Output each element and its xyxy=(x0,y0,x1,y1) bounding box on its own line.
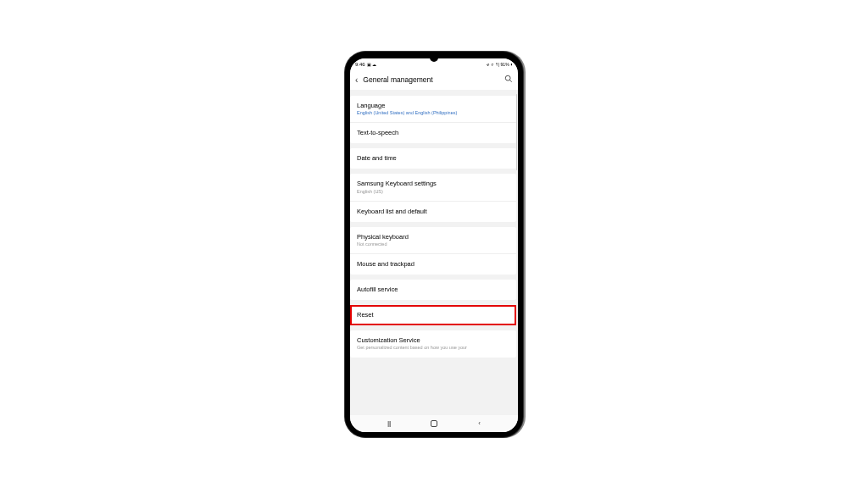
settings-item-customization-service[interactable]: Customization ServiceGet personalized co… xyxy=(350,330,516,358)
item-subtitle: English (United States) and English (Phi… xyxy=(357,110,509,116)
item-title: Text-to-speech xyxy=(357,129,509,137)
status-time: 9:46 xyxy=(355,62,365,67)
item-title: Customization Service xyxy=(357,336,509,345)
back-button[interactable]: ‹ xyxy=(478,419,481,427)
item-title: Samsung Keyboard settings xyxy=(357,180,509,188)
settings-item-text-to-speech[interactable]: Text-to-speech xyxy=(350,123,516,143)
settings-group: Physical keyboardNot connectedMouse and … xyxy=(350,227,516,275)
item-title: Autofill service xyxy=(357,286,509,294)
settings-item-autofill-service[interactable]: Autofill service xyxy=(350,280,516,300)
settings-item-keyboard-list-and-default[interactable]: Keyboard list and default xyxy=(350,202,516,222)
item-title: Keyboard list and default xyxy=(357,208,509,216)
app-header: ‹ General management xyxy=(350,70,518,91)
scrollbar[interactable] xyxy=(516,94,518,170)
page-title: General management xyxy=(363,75,499,84)
status-right-icons: ⊚ ᯤ ⫯| 91% ▮ xyxy=(487,62,513,67)
settings-content: LanguageEnglish (United States) and Engl… xyxy=(350,91,518,415)
svg-point-0 xyxy=(505,75,510,80)
settings-item-reset[interactable]: Reset xyxy=(350,305,516,325)
home-button[interactable] xyxy=(431,420,437,427)
settings-group: LanguageEnglish (United States) and Engl… xyxy=(350,96,516,144)
item-subtitle: Not connected xyxy=(357,241,509,247)
settings-group: Autofill service xyxy=(350,280,516,300)
settings-group: Customization ServiceGet personalized co… xyxy=(350,330,516,358)
item-subtitle: Get personalized content based on how yo… xyxy=(357,345,509,351)
recents-button[interactable]: ||| xyxy=(387,419,390,427)
settings-group: Reset xyxy=(350,305,516,325)
settings-group: Date and time xyxy=(350,148,516,169)
settings-item-physical-keyboard[interactable]: Physical keyboardNot connected xyxy=(350,227,516,255)
item-title: Language xyxy=(357,102,509,110)
search-icon[interactable] xyxy=(504,75,513,85)
status-left-icons: ▣ ☁ xyxy=(367,62,376,67)
back-icon[interactable]: ‹ xyxy=(355,75,358,85)
item-title: Date and time xyxy=(357,154,509,163)
settings-item-date-and-time[interactable]: Date and time xyxy=(350,148,516,169)
settings-item-language[interactable]: LanguageEnglish (United States) and Engl… xyxy=(350,96,516,124)
settings-item-mouse-and-trackpad[interactable]: Mouse and trackpad xyxy=(350,254,516,274)
phone-screen: 9:46 ▣ ☁ ⊚ ᯤ ⫯| 91% ▮ ‹ General manageme… xyxy=(350,58,518,432)
item-title: Physical keyboard xyxy=(357,233,509,241)
navigation-bar: ||| ‹ xyxy=(350,415,518,432)
svg-line-1 xyxy=(509,80,512,82)
phone-frame: 9:46 ▣ ☁ ⊚ ᯤ ⫯| 91% ▮ ‹ General manageme… xyxy=(345,52,523,437)
item-subtitle: English (US) xyxy=(357,189,509,195)
item-title: Reset xyxy=(357,311,509,319)
camera-notch xyxy=(430,53,438,62)
settings-item-samsung-keyboard-settings[interactable]: Samsung Keyboard settingsEnglish (US) xyxy=(350,174,516,202)
settings-group: Samsung Keyboard settingsEnglish (US)Key… xyxy=(350,174,516,222)
item-title: Mouse and trackpad xyxy=(357,260,509,269)
